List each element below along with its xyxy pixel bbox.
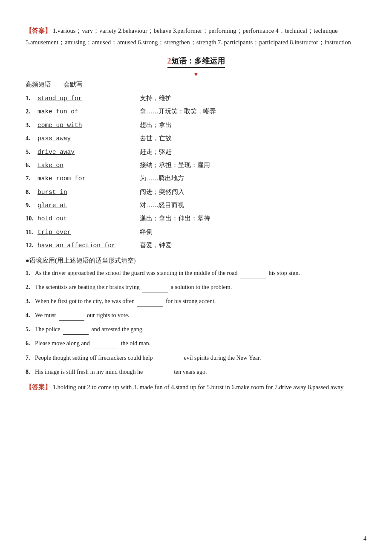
phrase-en: take on <box>37 160 140 171</box>
exercise-item: 4. We must our rights to vote. <box>26 309 366 321</box>
exercise-item: 8. His image is still fresh in my mind t… <box>26 366 366 377</box>
answer-block-1: 【答案】 1.various；vary；variety 2.behaviour；… <box>26 25 366 48</box>
phrase-num: 3. <box>26 120 37 130</box>
exercise-item: 5. The police and arrested the gang. <box>26 324 366 335</box>
phrase-item: 6. take on 接纳；承担；呈现；雇用 <box>26 160 366 171</box>
blank[interactable] <box>240 267 266 278</box>
phrase-num: 2. <box>26 106 37 117</box>
phrase-item: 3. come up with 想出；拿出 <box>26 120 366 131</box>
answer-label-2: 【答案】 <box>26 384 51 390</box>
ex-num: 8. <box>26 367 35 377</box>
phrase-en: make room for <box>37 173 140 184</box>
blank[interactable] <box>63 324 89 335</box>
phrase-num: 4. <box>26 133 37 144</box>
phrase-en: hold out <box>37 214 140 224</box>
section-title-text: 2短语：多维运用 <box>167 56 225 68</box>
section-number: 2 <box>167 57 171 65</box>
section-title: 2短语：多维运用 <box>26 56 366 68</box>
phrase-num: 1. <box>26 93 37 104</box>
phrase-en: make fun of <box>37 107 140 117</box>
phrase-cn: 支持，维护 <box>140 93 172 104</box>
ex-num: 6. <box>26 338 35 349</box>
phrase-cn: 拿……开玩笑；取笑，嘲弄 <box>140 106 216 117</box>
blank[interactable] <box>92 338 118 349</box>
phrase-en: drive away <box>37 147 140 158</box>
phrase-cn: 喜爱，钟爱 <box>140 240 172 251</box>
blank[interactable] <box>146 366 171 377</box>
ex-text: His image is still fresh in my mind thou… <box>35 366 366 377</box>
answer-block-2: 【答案】 1.holding out 2.to come up with 3. … <box>26 382 366 393</box>
phrase-item: 11. trip over 绊倒 <box>26 227 366 238</box>
ex-text: The police and arrested the gang. <box>35 324 366 335</box>
blank[interactable] <box>142 281 168 292</box>
phrase-num: 5. <box>26 147 37 157</box>
phrase-item: 10. hold out 递出；拿出；伸出；坚持 <box>26 213 366 224</box>
ex-num: 7. <box>26 353 35 363</box>
ex-text: Please move along and the old man. <box>35 338 366 349</box>
phrase-en: have an affection for <box>37 240 140 251</box>
ex-text: People thought setting off firecrackers … <box>35 352 366 363</box>
exercise-item: 6. Please move along and the old man. <box>26 338 366 349</box>
context-marker: ●语境应用(用上述短语的适当形式填空) <box>26 257 366 265</box>
phrase-cn: 闯进；突然闯入 <box>140 187 184 197</box>
phrase-cn: 对……怒目而视 <box>140 200 184 211</box>
phrase-item: 5. drive away 赶走；驱赶 <box>26 147 366 158</box>
ex-text: As the driver approached the school the … <box>35 267 366 278</box>
phrase-cn: 接纳；承担；呈现；雇用 <box>140 160 210 171</box>
blank[interactable] <box>59 309 84 321</box>
phrase-item: 12. have an affection for 喜爱，钟爱 <box>26 240 366 251</box>
phrase-list: 1. stand up for 支持，维护 2. make fun of 拿……… <box>26 93 366 251</box>
phrase-num: 10. <box>26 213 37 224</box>
ex-text: We must our rights to vote. <box>35 309 366 321</box>
phrase-en: come up with <box>37 120 140 131</box>
phrase-num: 6. <box>26 160 37 171</box>
exercise-item: 7. People thought setting off firecracke… <box>26 352 366 363</box>
arrow-down: ▼ <box>26 71 366 78</box>
phrase-cn: 为……腾出地方 <box>140 173 184 184</box>
phrase-en: glare at <box>37 200 140 211</box>
ex-num: 3. <box>26 296 35 306</box>
phrase-item: 2. make fun of 拿……开玩笑；取笑，嘲弄 <box>26 106 366 117</box>
phrase-num: 11. <box>26 227 37 237</box>
section-subtitle: 高频短语——会默写 <box>26 81 366 89</box>
ex-num: 2. <box>26 282 35 292</box>
phrase-cn: 赶走；驱赶 <box>140 147 172 157</box>
ex-text: When he first got to the city, he was of… <box>35 295 366 306</box>
answer-text-2: 1.holding out 2.to come up with 3. made … <box>53 384 344 390</box>
ex-text: The scientists are beating their brains … <box>35 281 366 292</box>
phrase-en: burst in <box>37 187 140 198</box>
answer-label-1: 【答案】 <box>26 27 51 34</box>
phrase-cn: 递出；拿出；伸出；坚持 <box>140 213 210 224</box>
phrase-cn: 想出；拿出 <box>140 120 172 130</box>
exercise-item: 2. The scientists are beating their brai… <box>26 281 366 292</box>
ex-num: 4. <box>26 310 35 321</box>
phrase-item: 4. pass away 去世，亡故 <box>26 133 366 144</box>
exercise-item: 1. As the driver approached the school t… <box>26 267 366 278</box>
exercise-list: 1. As the driver approached the school t… <box>26 267 366 378</box>
phrase-num: 7. <box>26 173 37 184</box>
phrase-num: 8. <box>26 187 37 197</box>
phrase-item: 9. glare at 对……怒目而视 <box>26 200 366 211</box>
phrase-en: pass away <box>37 133 140 144</box>
top-divider <box>26 13 366 13</box>
phrase-item: 8. burst in 闯进；突然闯入 <box>26 187 366 198</box>
phrase-num: 9. <box>26 200 37 211</box>
answer-text-1: 1.various；vary；variety 2.behaviour；behav… <box>26 27 351 46</box>
exercise-item: 3. When he first got to the city, he was… <box>26 295 366 306</box>
phrase-item: 7. make room for 为……腾出地方 <box>26 173 366 184</box>
page-number: 4 <box>363 535 366 542</box>
phrase-num: 12. <box>26 240 37 251</box>
ex-num: 5. <box>26 324 35 335</box>
blank[interactable] <box>156 352 181 363</box>
phrase-item: 1. stand up for 支持，维护 <box>26 93 366 104</box>
blank[interactable] <box>137 295 163 306</box>
phrase-cn: 去世，亡故 <box>140 133 172 144</box>
ex-num: 1. <box>26 268 35 278</box>
phrase-en: stand up for <box>37 93 140 104</box>
phrase-cn: 绊倒 <box>140 227 153 237</box>
phrase-en: trip over <box>37 227 140 238</box>
